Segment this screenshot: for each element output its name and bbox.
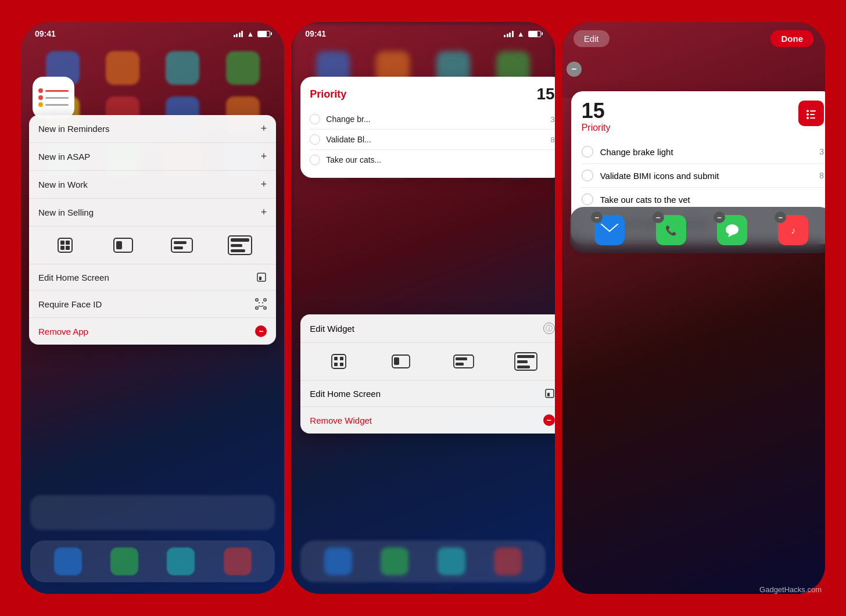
svg-rect-22 — [332, 354, 346, 368]
svg-rect-37 — [547, 393, 550, 396]
battery-icon-2 — [528, 31, 541, 37]
menu-label-asap: New in ASAP — [38, 152, 90, 162]
svg-rect-3 — [60, 246, 64, 250]
remove-widget-icon: − — [543, 414, 555, 426]
battery-icon-1 — [257, 31, 270, 37]
faceid-icon — [255, 298, 267, 310]
pw-task-2: Validate BIMI icons and submit 8 — [582, 164, 824, 188]
svg-rect-8 — [174, 241, 187, 244]
signal-icon-1 — [234, 31, 243, 37]
add-icon-reminders: + — [261, 123, 267, 135]
priority-count: 15 — [537, 85, 555, 103]
svg-rect-17 — [264, 299, 266, 301]
pw-title-count-group: 15 Priority — [582, 101, 611, 133]
task-label-3: Take our cats... — [326, 155, 549, 164]
remove-widget-item[interactable]: Remove Widget − — [300, 407, 554, 434]
reminders-label: Reminders — [562, 139, 825, 148]
time-1: 09:41 — [35, 29, 56, 38]
pw-count: 15 — [582, 101, 611, 121]
page-dot-1 — [684, 154, 688, 158]
remove-messages-badge[interactable]: − — [714, 212, 725, 223]
dock-item-messages[interactable]: − — [717, 215, 747, 245]
widget-size-medium[interactable] — [110, 232, 136, 258]
widget-size-small[interactable] — [52, 232, 78, 258]
watermark: GadgetHacks.com — [759, 585, 822, 594]
remove-app-icon: − — [255, 325, 267, 337]
ws-large-2[interactable] — [451, 349, 476, 374]
menu-item-faceid[interactable]: Require Face ID — [29, 291, 276, 318]
svg-rect-19 — [264, 307, 266, 309]
task-circle-1 — [310, 114, 320, 124]
svg-rect-23 — [334, 357, 338, 360]
menu-label-selling: New in Selling — [38, 207, 94, 217]
pw-title: Priority — [582, 123, 611, 133]
svg-rect-24 — [340, 357, 343, 360]
dock-item-phone[interactable]: − 📞 — [656, 215, 686, 245]
edit-widget-item[interactable]: Edit Widget ⓘ — [300, 314, 554, 343]
svg-rect-25 — [334, 363, 338, 366]
menu-item-edit-home[interactable]: Edit Home Screen — [29, 264, 276, 291]
remove-widget-badge[interactable]: − — [567, 62, 582, 77]
menu-item-reminders[interactable]: New in Reminders + — [29, 115, 276, 143]
dock-panel1 — [30, 540, 275, 582]
dock-item-mail[interactable]: − — [594, 215, 625, 245]
svg-point-43 — [806, 117, 809, 119]
signal-icon-2 — [504, 31, 514, 37]
svg-point-38 — [803, 105, 819, 121]
add-icon-work: + — [261, 178, 267, 191]
task-count-1: 3 — [550, 115, 554, 124]
svg-point-41 — [806, 113, 809, 116]
edit-button[interactable]: Edit — [573, 30, 610, 47]
done-button[interactable]: Done — [770, 30, 813, 47]
svg-rect-28 — [394, 357, 399, 365]
edit-home-screen-item[interactable]: Edit Home Screen — [300, 381, 554, 407]
remove-widget-label: Remove Widget — [310, 416, 372, 425]
panel3-phone: Edit Done − 15 Priority — [562, 22, 825, 594]
widget-size-large[interactable] — [169, 232, 195, 258]
status-bar-2: 09:41 ▲ — [291, 22, 554, 42]
ws-xl-2[interactable] — [513, 349, 539, 374]
priority-widget[interactable]: Priority 15 Change br... 3 Validate Bl..… — [300, 77, 554, 178]
menu-item-remove-app[interactable]: Remove App − — [29, 318, 276, 345]
ws-small-2[interactable] — [326, 349, 352, 374]
reminders-app-icon[interactable] — [33, 77, 74, 119]
widget-size-row — [29, 227, 276, 264]
svg-rect-34 — [517, 360, 528, 363]
menu-label-reminders: New in Reminders — [38, 124, 110, 134]
pw-header: 15 Priority — [582, 101, 824, 133]
remove-phone-badge[interactable]: − — [653, 212, 664, 223]
svg-rect-13 — [231, 249, 245, 252]
svg-text:📞: 📞 — [665, 225, 677, 236]
reminders-widget-icon — [803, 105, 819, 121]
priority-task-2: Validate Bl... 8 — [310, 130, 554, 150]
wifi-icon-1: ▲ — [246, 30, 254, 38]
context-menu: New in Reminders + New in ASAP + New in … — [29, 115, 276, 345]
menu-item-asap[interactable]: New in ASAP + — [29, 143, 276, 171]
task-circle-2 — [310, 134, 320, 145]
ws-medium-2[interactable] — [388, 349, 414, 374]
task-circle-3 — [310, 155, 320, 165]
wifi-icon-2: ▲ — [517, 30, 525, 38]
task-label-2: Validate Bl... — [326, 135, 544, 144]
svg-rect-4 — [66, 246, 70, 250]
svg-point-49 — [726, 224, 739, 235]
dock-item-music[interactable]: − ♪ — [778, 215, 808, 245]
priority-task-3: Take our cats... — [310, 150, 554, 170]
status-icons-2: ▲ — [504, 30, 540, 38]
outer-frame: GadgetHacks.com — [10, 12, 836, 604]
messages-bubble-icon — [723, 222, 741, 238]
menu-label-work: New in Work — [38, 180, 88, 189]
svg-rect-12 — [231, 244, 242, 247]
svg-rect-11 — [231, 238, 249, 242]
menu-item-work[interactable]: New in Work + — [29, 171, 276, 199]
svg-rect-30 — [456, 357, 467, 360]
widget-size-row-2 — [300, 343, 554, 381]
priority-task-1: Change br... 3 — [310, 109, 554, 130]
widget-size-xl[interactable] — [227, 232, 253, 258]
menu-item-selling[interactable]: New in Selling + — [29, 199, 276, 227]
svg-rect-33 — [517, 355, 535, 358]
dock-panel2 — [300, 540, 545, 582]
home-screen-icon — [544, 388, 555, 399]
svg-point-21 — [262, 302, 263, 303]
status-icons-1: ▲ — [234, 30, 270, 38]
